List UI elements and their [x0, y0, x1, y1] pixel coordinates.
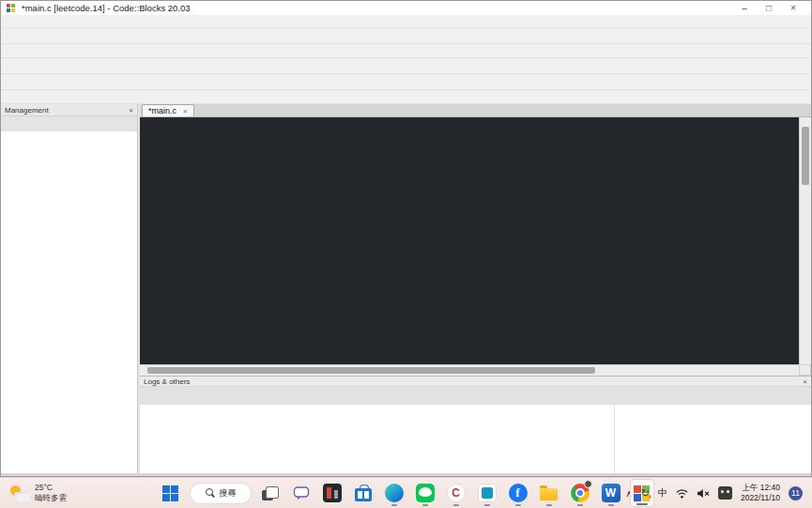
editor-tab-bar: *main.c ×	[140, 104, 811, 117]
app-icon	[7, 4, 15, 12]
tray-app-icon[interactable]	[718, 486, 732, 500]
main-toolbar	[1, 28, 811, 44]
weather-description: 晴時多雲	[35, 493, 67, 503]
management-panel: Management ×	[1, 104, 138, 473]
facebook-icon: f	[509, 484, 528, 502]
task-view-button[interactable]	[258, 479, 283, 507]
maximize-button[interactable]: □	[757, 2, 781, 15]
line-app-button[interactable]	[413, 479, 437, 507]
chat-icon	[293, 486, 310, 500]
chrome-button[interactable]	[568, 479, 592, 507]
pinned-app-dark[interactable]	[320, 479, 345, 507]
word-icon: W	[602, 484, 620, 502]
window-bottom-edge	[1, 473, 811, 476]
search-label: 搜尋	[220, 487, 237, 500]
horizontal-scroll-thumb[interactable]	[147, 367, 595, 374]
weather-temperature: 25°C	[35, 483, 67, 493]
taskbar: 25°C 晴時多雲 搜尋 C f W ∧	[0, 477, 812, 508]
folder-icon	[540, 488, 558, 500]
editor-vertical-scrollbar[interactable]	[799, 117, 811, 364]
start-button[interactable]	[159, 479, 183, 507]
code-editor[interactable]	[140, 117, 811, 376]
clock-date: 2022/11/10	[741, 493, 780, 503]
edge-button[interactable]	[382, 479, 406, 507]
store-icon	[355, 488, 372, 501]
window-title: *main.c [leetcode.14] - Code::Blocks 20.…	[22, 3, 191, 13]
teal-app-icon	[478, 484, 497, 502]
logs-panel: Logs & others ×	[140, 376, 811, 473]
editor-tab-close-icon[interactable]: ×	[183, 107, 188, 115]
ime-indicator[interactable]: 中	[658, 486, 667, 500]
onedrive-sync-icon[interactable]: ↻	[641, 487, 650, 500]
menu-bar	[1, 15, 811, 28]
project-tree	[1, 131, 137, 473]
management-tabs	[1, 116, 137, 131]
management-close-icon[interactable]: ×	[129, 106, 133, 115]
desktop: *main.c [leetcode.14] - Code::Blocks 20.…	[0, 0, 812, 508]
notification-badge[interactable]: 11	[789, 486, 803, 500]
editor-tab-label: *main.c	[148, 106, 176, 115]
codeblocks-window: *main.c [leetcode.14] - Code::Blocks 20.…	[0, 0, 812, 477]
windows-logo-icon	[162, 485, 178, 501]
dark-app-icon	[323, 484, 342, 502]
management-title: Management	[5, 106, 49, 115]
volume-muted-icon[interactable]	[697, 488, 710, 499]
chat-button[interactable]	[289, 479, 314, 507]
search-box[interactable]: 搜尋	[190, 479, 252, 507]
editor-horizontal-scrollbar[interactable]	[140, 364, 799, 376]
code-completion-toolbar	[1, 44, 811, 58]
taskbar-clock[interactable]: 上午 12:40 2022/11/10	[741, 483, 780, 503]
scrollbar-corner	[799, 364, 811, 376]
microsoft-store-button[interactable]	[351, 479, 375, 507]
table-column-divider	[614, 405, 615, 473]
minimize-button[interactable]: –	[732, 2, 757, 15]
clock-time: 上午 12:40	[741, 483, 780, 493]
weather-icon	[9, 485, 30, 501]
c-app-icon: C	[447, 484, 466, 502]
symbols-toolbar	[1, 90, 811, 104]
taskbar-weather-widget[interactable]: 25°C 晴時多雲	[9, 483, 67, 502]
logs-title: Logs & others	[144, 377, 190, 386]
code-area[interactable]	[140, 117, 799, 364]
chrome-badge	[584, 480, 592, 488]
build-messages-table	[140, 405, 811, 473]
taskbar-center: 搜尋 C f W	[159, 478, 654, 508]
edge-icon	[385, 484, 404, 502]
title-bar[interactable]: *main.c [leetcode.14] - Code::Blocks 20.…	[1, 1, 811, 15]
logs-tab-bar	[140, 387, 811, 405]
c-app-button[interactable]: C	[444, 479, 468, 507]
task-view-icon	[262, 486, 279, 500]
facebook-button[interactable]: f	[506, 479, 530, 507]
teal-app-button[interactable]	[475, 479, 499, 507]
debugger-toolbar	[1, 74, 811, 90]
logs-close-icon[interactable]: ×	[803, 377, 807, 386]
word-button[interactable]: W	[599, 479, 623, 507]
line-icon	[416, 484, 435, 502]
editor-tab-main-c[interactable]: *main.c ×	[142, 104, 194, 116]
search-icon	[205, 487, 216, 499]
file-explorer-button[interactable]	[537, 479, 561, 507]
wxsmith-toolbar	[1, 58, 811, 74]
wifi-icon[interactable]	[676, 488, 688, 499]
vertical-scroll-thumb[interactable]	[802, 127, 809, 185]
close-button[interactable]: ×	[781, 2, 805, 15]
